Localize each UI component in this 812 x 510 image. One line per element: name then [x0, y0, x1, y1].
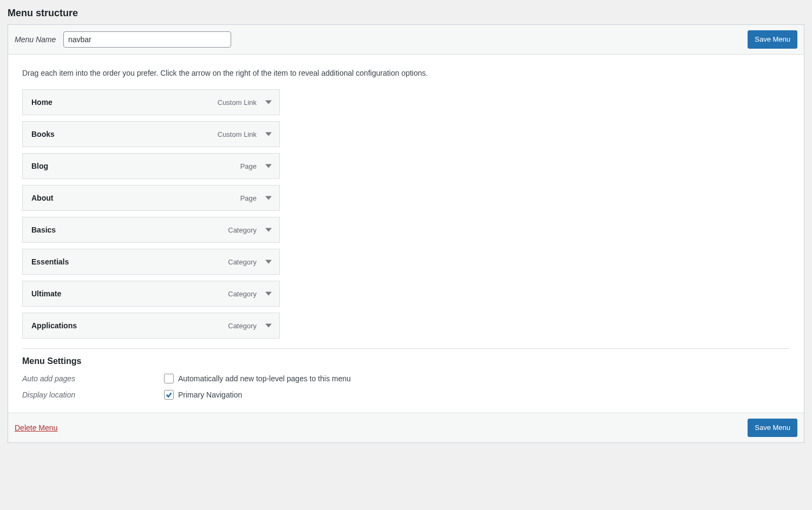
menu-item-type: Custom Link [218, 130, 257, 138]
chevron-down-icon[interactable] [263, 256, 274, 267]
delete-menu-link[interactable]: Delete Menu [15, 423, 57, 432]
menu-item-type: Category [228, 226, 257, 234]
menu-item-controls: Category [228, 288, 274, 299]
menu-item[interactable]: Essentials Category [22, 249, 280, 275]
chevron-down-icon[interactable] [263, 288, 274, 299]
save-menu-button-bottom[interactable]: Save Menu [748, 419, 797, 437]
menu-item-title: Blog [31, 162, 48, 170]
menu-item-title: Applications [31, 321, 77, 330]
auto-add-pages-row: Auto add pages Automatically add new top… [16, 370, 796, 387]
divider [22, 348, 790, 349]
menu-item-type: Page [240, 194, 257, 202]
checkbox-unchecked-icon[interactable] [164, 374, 174, 383]
menu-name-input[interactable] [63, 31, 231, 48]
chevron-down-icon[interactable] [263, 161, 274, 171]
menu-item-controls: Category [228, 224, 274, 235]
menu-item[interactable]: Home Custom Link [22, 89, 280, 115]
menu-item-controls: Category [228, 320, 274, 331]
drag-instructions: Drag each item into the order you prefer… [16, 69, 796, 77]
menu-item[interactable]: About Page [22, 185, 280, 211]
menu-item-controls: Category [228, 256, 274, 267]
menu-item[interactable]: Books Custom Link [22, 121, 280, 147]
menu-body: Drag each item into the order you prefer… [8, 55, 804, 413]
menu-footer: Delete Menu Save Menu [8, 413, 804, 442]
menu-item-title: Books [31, 130, 55, 138]
menu-item-type: Page [240, 162, 257, 170]
display-location-label: Display location [22, 390, 164, 399]
menu-panel: Menu Name Save Menu Drag each item into … [8, 24, 804, 443]
checkbox-checked-icon[interactable] [164, 390, 174, 400]
menu-item-controls: Custom Link [218, 129, 274, 140]
menu-name-label: Menu Name [15, 35, 56, 44]
menu-item-title: Ultimate [31, 289, 61, 298]
chevron-down-icon[interactable] [263, 129, 274, 140]
save-menu-button-top[interactable]: Save Menu [748, 30, 797, 49]
menu-item[interactable]: Basics Category [22, 217, 280, 243]
menu-item-controls: Page [240, 193, 274, 203]
menu-item[interactable]: Applications Category [22, 313, 280, 339]
auto-add-pages-label: Auto add pages [22, 374, 164, 383]
menu-item-title: Essentials [31, 257, 69, 266]
menu-settings-title: Menu Settings [22, 356, 790, 366]
chevron-down-icon[interactable] [263, 97, 274, 108]
menu-item-type: Category [228, 322, 257, 330]
menu-item-controls: Custom Link [218, 97, 274, 108]
menu-structure-title: Menu structure [8, 8, 804, 19]
chevron-down-icon[interactable] [263, 224, 274, 235]
menu-item-type: Category [228, 258, 257, 266]
menu-header: Menu Name Save Menu [8, 25, 804, 55]
menu-item-title: About [31, 194, 53, 202]
display-location-checkbox-wrap[interactable]: Primary Navigation [164, 390, 242, 400]
menu-item-title: Basics [31, 226, 56, 234]
auto-add-pages-checkbox-label: Automatically add new top-level pages to… [178, 374, 351, 383]
menu-item-controls: Page [240, 161, 274, 171]
menu-item[interactable]: Ultimate Category [22, 281, 280, 307]
display-location-row: Display location Primary Navigation [16, 387, 796, 403]
auto-add-pages-checkbox-wrap[interactable]: Automatically add new top-level pages to… [164, 374, 351, 383]
display-location-checkbox-label: Primary Navigation [178, 390, 242, 399]
menu-item-type: Custom Link [218, 98, 257, 107]
menu-item-type: Category [228, 290, 257, 298]
menu-item[interactable]: Blog Page [22, 153, 280, 179]
chevron-down-icon[interactable] [263, 193, 274, 203]
menu-name-group: Menu Name [15, 31, 231, 48]
menu-item-title: Home [31, 98, 53, 107]
menu-items-list: Home Custom Link Books Custom Link Blog … [16, 89, 796, 339]
chevron-down-icon[interactable] [263, 320, 274, 331]
